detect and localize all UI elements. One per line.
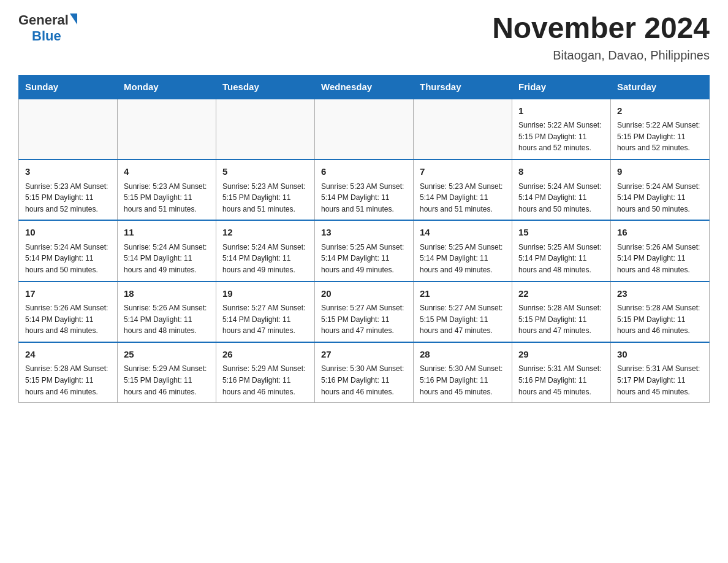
page-header: General Blue November 2024 Bitaogan, Dav… [18,12,710,63]
day-number: 25 [124,348,210,362]
day-info: Sunrise: 5:26 AM Sunset: 5:14 PM Dayligh… [25,302,111,337]
calendar-cell [19,99,118,159]
day-number: 17 [25,287,111,301]
calendar-cell: 21Sunrise: 5:27 AM Sunset: 5:15 PM Dayli… [414,282,512,342]
day-info: Sunrise: 5:23 AM Sunset: 5:14 PM Dayligh… [420,181,506,215]
day-info: Sunrise: 5:24 AM Sunset: 5:14 PM Dayligh… [222,242,308,276]
day-info: Sunrise: 5:23 AM Sunset: 5:15 PM Dayligh… [222,181,308,215]
calendar-cell: 22Sunrise: 5:28 AM Sunset: 5:15 PM Dayli… [512,282,611,342]
location-text: Bitaogan, Davao, Philippines [492,48,710,63]
day-number: 14 [420,226,506,240]
day-info: Sunrise: 5:24 AM Sunset: 5:14 PM Dayligh… [518,181,604,215]
day-info: Sunrise: 5:22 AM Sunset: 5:15 PM Dayligh… [617,120,703,154]
calendar-cell: 7Sunrise: 5:23 AM Sunset: 5:14 PM Daylig… [414,159,512,220]
day-info: Sunrise: 5:27 AM Sunset: 5:15 PM Dayligh… [420,302,506,337]
day-info: Sunrise: 5:31 AM Sunset: 5:17 PM Dayligh… [617,363,703,397]
calendar-cell: 16Sunrise: 5:26 AM Sunset: 5:14 PM Dayli… [611,220,710,281]
day-number: 30 [617,348,703,362]
day-info: Sunrise: 5:23 AM Sunset: 5:15 PM Dayligh… [124,181,210,215]
calendar-cell: 23Sunrise: 5:28 AM Sunset: 5:15 PM Dayli… [611,282,710,342]
calendar-cell: 19Sunrise: 5:27 AM Sunset: 5:14 PM Dayli… [216,282,315,342]
calendar-week-row: 24Sunrise: 5:28 AM Sunset: 5:15 PM Dayli… [19,342,710,403]
day-number: 2 [617,104,703,118]
calendar-cell: 3Sunrise: 5:23 AM Sunset: 5:15 PM Daylig… [19,159,118,220]
weekday-header-wednesday: Wednesday [315,75,414,99]
day-info: Sunrise: 5:25 AM Sunset: 5:14 PM Dayligh… [321,242,407,276]
calendar-week-row: 17Sunrise: 5:26 AM Sunset: 5:14 PM Dayli… [19,282,710,342]
day-number: 15 [518,226,604,240]
day-number: 1 [518,104,604,118]
calendar-cell: 4Sunrise: 5:23 AM Sunset: 5:15 PM Daylig… [118,159,216,220]
calendar-cell: 27Sunrise: 5:30 AM Sunset: 5:16 PM Dayli… [315,342,414,403]
day-info: Sunrise: 5:26 AM Sunset: 5:14 PM Dayligh… [124,302,210,337]
day-info: Sunrise: 5:30 AM Sunset: 5:16 PM Dayligh… [420,363,506,397]
day-number: 5 [222,165,308,179]
day-number: 7 [420,165,506,179]
weekday-header-sunday: Sunday [19,75,118,99]
month-title: November 2024 [492,12,710,45]
calendar-cell: 9Sunrise: 5:24 AM Sunset: 5:14 PM Daylig… [611,159,710,220]
calendar-cell: 12Sunrise: 5:24 AM Sunset: 5:14 PM Dayli… [216,220,315,281]
calendar-cell: 13Sunrise: 5:25 AM Sunset: 5:14 PM Dayli… [315,220,414,281]
calendar-cell: 1Sunrise: 5:22 AM Sunset: 5:15 PM Daylig… [512,99,611,159]
calendar-cell [414,99,512,159]
day-info: Sunrise: 5:25 AM Sunset: 5:14 PM Dayligh… [518,242,604,276]
day-info: Sunrise: 5:30 AM Sunset: 5:16 PM Dayligh… [321,363,407,397]
weekday-header-friday: Friday [512,75,611,99]
calendar-cell: 20Sunrise: 5:27 AM Sunset: 5:15 PM Dayli… [315,282,414,342]
weekday-header-tuesday: Tuesday [216,75,315,99]
day-number: 23 [617,287,703,301]
weekday-header-saturday: Saturday [611,75,710,99]
day-info: Sunrise: 5:28 AM Sunset: 5:15 PM Dayligh… [518,302,604,337]
calendar-cell: 17Sunrise: 5:26 AM Sunset: 5:14 PM Dayli… [19,282,118,342]
calendar-cell: 26Sunrise: 5:29 AM Sunset: 5:16 PM Dayli… [216,342,315,403]
day-info: Sunrise: 5:23 AM Sunset: 5:14 PM Dayligh… [321,181,407,215]
logo-general-text: General [18,12,69,28]
calendar-table: SundayMondayTuesdayWednesdayThursdayFrid… [18,75,710,403]
calendar-cell [118,99,216,159]
day-info: Sunrise: 5:24 AM Sunset: 5:14 PM Dayligh… [617,181,703,215]
calendar-week-row: 3Sunrise: 5:23 AM Sunset: 5:15 PM Daylig… [19,159,710,220]
calendar-cell: 25Sunrise: 5:29 AM Sunset: 5:15 PM Dayli… [118,342,216,403]
day-info: Sunrise: 5:24 AM Sunset: 5:14 PM Dayligh… [25,242,111,276]
weekday-header-thursday: Thursday [414,75,512,99]
calendar-cell [216,99,315,159]
day-number: 10 [25,226,111,240]
calendar-cell: 11Sunrise: 5:24 AM Sunset: 5:14 PM Dayli… [118,220,216,281]
day-number: 29 [518,348,604,362]
day-info: Sunrise: 5:26 AM Sunset: 5:14 PM Dayligh… [617,242,703,276]
day-info: Sunrise: 5:23 AM Sunset: 5:15 PM Dayligh… [25,181,111,215]
day-number: 27 [321,348,407,362]
logo-text: General [18,12,77,28]
day-info: Sunrise: 5:29 AM Sunset: 5:15 PM Dayligh… [124,363,210,397]
day-info: Sunrise: 5:27 AM Sunset: 5:14 PM Dayligh… [222,302,308,337]
calendar-cell: 2Sunrise: 5:22 AM Sunset: 5:15 PM Daylig… [611,99,710,159]
day-info: Sunrise: 5:27 AM Sunset: 5:15 PM Dayligh… [321,302,407,337]
calendar-cell: 5Sunrise: 5:23 AM Sunset: 5:15 PM Daylig… [216,159,315,220]
day-number: 13 [321,226,407,240]
day-number: 16 [617,226,703,240]
calendar-week-row: 10Sunrise: 5:24 AM Sunset: 5:14 PM Dayli… [19,220,710,281]
day-info: Sunrise: 5:22 AM Sunset: 5:15 PM Dayligh… [518,120,604,154]
calendar-cell: 15Sunrise: 5:25 AM Sunset: 5:14 PM Dayli… [512,220,611,281]
logo-blue-text: Blue [32,28,61,44]
day-number: 21 [420,287,506,301]
weekday-header-monday: Monday [118,75,216,99]
day-number: 28 [420,348,506,362]
calendar-cell: 10Sunrise: 5:24 AM Sunset: 5:14 PM Dayli… [19,220,118,281]
calendar-cell: 29Sunrise: 5:31 AM Sunset: 5:16 PM Dayli… [512,342,611,403]
day-number: 19 [222,287,308,301]
calendar-cell: 6Sunrise: 5:23 AM Sunset: 5:14 PM Daylig… [315,159,414,220]
calendar-cell: 14Sunrise: 5:25 AM Sunset: 5:14 PM Dayli… [414,220,512,281]
calendar-cell: 18Sunrise: 5:26 AM Sunset: 5:14 PM Dayli… [118,282,216,342]
day-number: 22 [518,287,604,301]
day-info: Sunrise: 5:28 AM Sunset: 5:15 PM Dayligh… [617,302,703,337]
day-number: 3 [25,165,111,179]
calendar-cell: 8Sunrise: 5:24 AM Sunset: 5:14 PM Daylig… [512,159,611,220]
day-number: 8 [518,165,604,179]
day-info: Sunrise: 5:31 AM Sunset: 5:16 PM Dayligh… [518,363,604,397]
day-number: 6 [321,165,407,179]
day-number: 12 [222,226,308,240]
day-number: 20 [321,287,407,301]
calendar-cell: 30Sunrise: 5:31 AM Sunset: 5:17 PM Dayli… [611,342,710,403]
